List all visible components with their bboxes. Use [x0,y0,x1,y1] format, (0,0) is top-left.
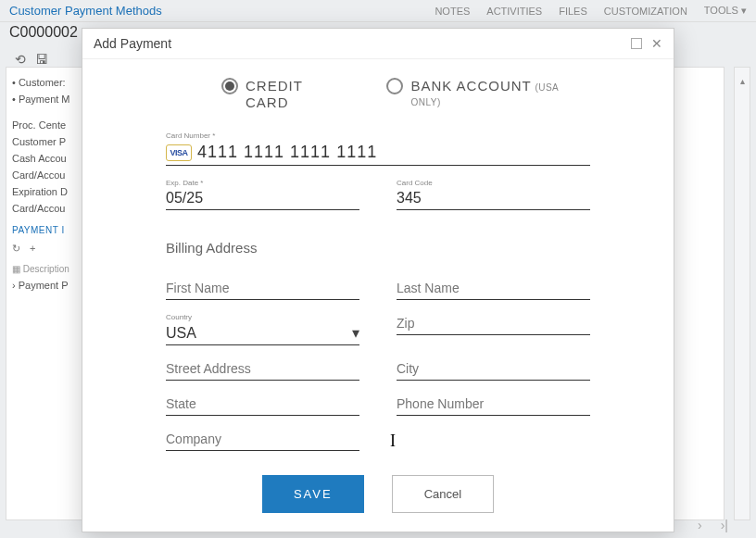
pager-last-icon[interactable]: ›| [721,518,728,532]
files-link[interactable]: FILES [559,6,587,17]
grid-row-payment[interactable]: Payment P [19,280,69,291]
close-icon[interactable]: ✕ [651,36,662,51]
exp-date-value: 05/25 [166,188,359,210]
modal-title: Add Payment [94,36,624,51]
grid-icon: ▦ [12,264,20,274]
radio-bank-account[interactable]: BANK ACCOUNT (USA ONLY) [386,78,590,108]
scrollbar[interactable] [734,67,750,520]
chevron-down-icon [352,324,359,342]
pager-next-icon[interactable]: › [698,518,702,532]
save-icon[interactable]: 🖫 [35,52,48,67]
country-label: Country [166,313,359,321]
card-code-label: Card Code [397,179,590,187]
radio-credit-card-label: CREDIT CARD [246,78,349,111]
cancel-button[interactable]: Cancel [392,475,494,513]
tools-menu[interactable]: TOOLS ▾ [704,5,747,17]
card-number-value: 4111 1111 1111 1111 [197,143,377,162]
expand-row-icon[interactable]: › [12,280,16,291]
refresh-icon[interactable]: ↻ [12,243,20,255]
radio-credit-card[interactable]: CREDIT CARD [221,78,349,111]
visa-badge-icon: VISA [166,144,192,161]
save-button[interactable]: SAVE [262,475,364,513]
notes-link[interactable]: NOTES [435,6,470,17]
first-name-field[interactable]: First Name [166,278,359,300]
phone-field[interactable]: Phone Number [397,394,590,416]
state-field[interactable]: State [166,394,359,416]
card-code-value: 345 [397,188,590,210]
activities-link[interactable]: ACTIVITIES [486,6,542,17]
radio-circle-icon [386,78,403,94]
company-field[interactable]: Company [166,429,359,451]
card-number-field[interactable]: Card Number * VISA 4111 1111 1111 1111 [166,131,590,166]
radio-circle-icon [221,78,238,94]
exp-date-label: Exp. Date * [166,179,359,187]
street-field[interactable]: Street Address [166,358,359,381]
customization-link[interactable]: CUSTOMIZATION [604,6,687,17]
add-icon[interactable]: + [30,243,35,255]
city-field[interactable]: City [397,358,590,381]
add-payment-modal: Add Payment ✕ CREDIT CARD BANK ACCOUNT (… [82,28,674,532]
customer-id: C0000002 [9,24,78,41]
description-col: Description [23,264,69,274]
back-icon[interactable]: ⟲ [15,52,26,67]
zip-field[interactable]: Zip [397,313,590,345]
exp-date-field[interactable]: Exp. Date * 05/25 [166,179,359,210]
country-field[interactable]: Country USA [166,313,359,345]
country-value: USA [166,325,196,342]
radio-bank-account-label: BANK ACCOUNT [410,78,531,94]
billing-address-title: Billing Address [166,240,590,256]
last-name-field[interactable]: Last Name [397,278,590,300]
maximize-icon[interactable] [631,38,642,49]
card-code-field[interactable]: Card Code 345 [397,179,590,210]
card-number-label: Card Number * [166,131,590,140]
page-title: Customer Payment Methods [9,4,162,18]
